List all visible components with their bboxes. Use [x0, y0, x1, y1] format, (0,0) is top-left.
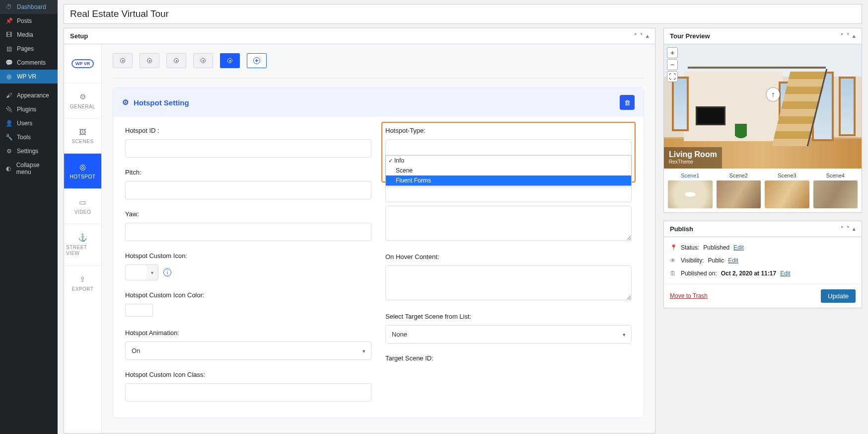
vr-icon: ◎: [5, 73, 13, 80]
field-icon-color: Hotspot Custom Icon Color:: [125, 291, 371, 318]
icon-class-input[interactable]: [125, 383, 371, 402]
export-icon: ⇪: [79, 275, 86, 284]
edit-status-link[interactable]: Edit: [733, 244, 744, 251]
panel-toggle-icon[interactable]: ▴: [853, 226, 856, 232]
panel-up-icon[interactable]: ˄: [841, 33, 844, 39]
icon-picker-caret[interactable]: ▾: [146, 264, 158, 280]
menu-wpvr[interactable]: ◎WP VR: [0, 70, 58, 84]
tour-preview-viewport[interactable]: + − ⛶ ↑ Living Room RexTheme: [664, 44, 862, 169]
hotspot-add-button[interactable]: [247, 53, 267, 68]
thumb-scene1[interactable]: Scene1: [668, 173, 713, 208]
field-target-list: Select Target Scene from List: None: [385, 313, 632, 344]
comment-icon: 💬: [5, 59, 13, 66]
media-icon: 🎞: [5, 31, 13, 38]
update-button[interactable]: Update: [821, 289, 856, 303]
page-title: Real Estate Virtual Tour: [64, 4, 862, 24]
field-hotspot-type: Hotspot-Type: Info Scene Fluent Forms: [385, 127, 632, 158]
pin-icon: 📍: [670, 244, 677, 251]
tab-hotspot[interactable]: ◎ HOTSPOT: [64, 153, 101, 188]
wp-admin-sidebar: ⏱Dashboard 📌Posts 🎞Media ▤Pages 💬Comment…: [0, 0, 58, 434]
preview-panel-title: Tour Preview: [670, 32, 710, 40]
setup-nav: WP VR ⚙ GENERAL 🖼 SCENES ◎ HOTSPOT: [64, 44, 102, 433]
fullscreen-button[interactable]: ⛶: [667, 71, 678, 82]
menu-settings[interactable]: ⚙Settings: [0, 144, 58, 158]
option-info[interactable]: Info: [386, 156, 631, 166]
calendar-icon: 🗓: [670, 270, 677, 277]
hotspot-pill-3[interactable]: [166, 53, 186, 68]
menu-plugins[interactable]: 🔌Plugins: [0, 102, 58, 116]
hotspot-pill-5[interactable]: [220, 53, 240, 68]
icon-picker[interactable]: [125, 264, 147, 280]
room-name: Living Room: [669, 150, 717, 159]
tab-general[interactable]: ⚙ GENERAL: [64, 83, 101, 118]
menu-appearance[interactable]: 🖌Appearance: [0, 88, 58, 102]
thumb-scene4[interactable]: Scene4: [813, 173, 858, 208]
gear-icon: ⚙: [79, 92, 86, 101]
animation-select[interactable]: On: [125, 342, 371, 360]
publish-panel-title: Publish: [670, 225, 693, 233]
gear-icon: ⚙: [122, 98, 129, 107]
menu-users[interactable]: 👤Users: [0, 116, 58, 130]
setup-panel: Setup ˄ ˅ ▴ WP VR ⚙: [64, 28, 655, 434]
menu-posts[interactable]: 📌Posts: [0, 14, 58, 28]
hotspot-card: ⚙ Hotspot Setting 🗑: [113, 87, 644, 418]
panel-up-icon[interactable]: ˄: [841, 226, 844, 232]
field-custom-icon: Hotspot Custom Icon: ▾ i: [125, 252, 371, 280]
panel-down-icon[interactable]: ˅: [640, 33, 643, 39]
zoom-in-button[interactable]: +: [667, 47, 678, 58]
hotspot-pill-4[interactable]: [193, 53, 213, 68]
preview-caption: Living Room RexTheme: [664, 147, 722, 169]
user-icon: 👤: [5, 120, 13, 127]
panel-down-icon[interactable]: ˅: [847, 226, 850, 232]
hotspot-id-input[interactable]: [125, 139, 371, 158]
menu-comments[interactable]: 💬Comments: [0, 56, 58, 70]
tour-preview-panel: Tour Preview ˄ ˅ ▴: [663, 28, 862, 213]
field-hotspot-id: Hotspot ID :: [125, 127, 371, 158]
hotspot-heading: Hotspot Setting: [134, 98, 189, 107]
hotspot-pill-2[interactable]: [140, 53, 159, 68]
hotspot-marker[interactable]: ↑: [767, 88, 780, 101]
panel-up-icon[interactable]: ˄: [634, 33, 637, 39]
onclick-textarea[interactable]: [385, 206, 632, 241]
collapse-icon: ◐: [5, 165, 12, 172]
pitch-input[interactable]: [125, 181, 371, 199]
menu-dashboard[interactable]: ⏱Dashboard: [0, 0, 58, 14]
yaw-input[interactable]: [125, 223, 371, 241]
panel-toggle-icon[interactable]: ▴: [646, 33, 649, 39]
zoom-out-button[interactable]: −: [667, 59, 678, 70]
setup-panel-title: Setup: [70, 32, 88, 40]
brush-icon: 🖌: [5, 92, 13, 99]
onhover-textarea[interactable]: [385, 265, 632, 300]
menu-tools[interactable]: 🔧Tools: [0, 130, 58, 144]
menu-pages[interactable]: ▤Pages: [0, 42, 58, 56]
url-input[interactable]: [385, 184, 632, 202]
option-scene[interactable]: Scene: [386, 166, 631, 175]
tab-scenes[interactable]: 🖼 SCENES: [64, 118, 101, 153]
thumb-scene2[interactable]: Scene2: [717, 173, 761, 208]
menu-collapse[interactable]: ◐Collapse menu: [0, 158, 58, 179]
thumb-scene3[interactable]: Scene3: [765, 173, 809, 208]
tab-streetview[interactable]: ⚓ STREET VIEW: [64, 224, 101, 265]
panel-toggle-icon[interactable]: ▴: [853, 33, 856, 39]
edit-visibility-link[interactable]: Edit: [728, 257, 738, 264]
info-icon[interactable]: i: [163, 268, 171, 276]
icon-color-swatch[interactable]: [125, 304, 153, 317]
hotspot-type-dropdown: Info Scene Fluent Forms: [385, 155, 632, 186]
wrench-icon: 🔧: [5, 134, 13, 141]
hotspot-pill-1[interactable]: [113, 53, 133, 68]
field-yaw: Yaw:: [125, 210, 371, 241]
edit-date-link[interactable]: Edit: [780, 270, 791, 277]
field-animation: Hotspot Animation: On: [125, 329, 371, 360]
room-author: RexTheme: [669, 159, 717, 165]
move-to-trash-link[interactable]: Move to Trash: [670, 292, 708, 299]
target-scene-select[interactable]: None: [385, 325, 632, 344]
tab-export[interactable]: ⇪ EXPORT: [64, 265, 101, 301]
hotspot-delete-button[interactable]: 🗑: [620, 95, 635, 110]
anchor-icon: ⚓: [78, 233, 88, 242]
eye-icon: 👁: [670, 257, 677, 264]
field-pitch: Pitch:: [125, 169, 371, 199]
option-fluent[interactable]: Fluent Forms: [386, 175, 631, 185]
menu-media[interactable]: 🎞Media: [0, 28, 58, 42]
panel-down-icon[interactable]: ˅: [847, 33, 850, 39]
tab-video[interactable]: ▭ VIDEO: [64, 188, 101, 224]
